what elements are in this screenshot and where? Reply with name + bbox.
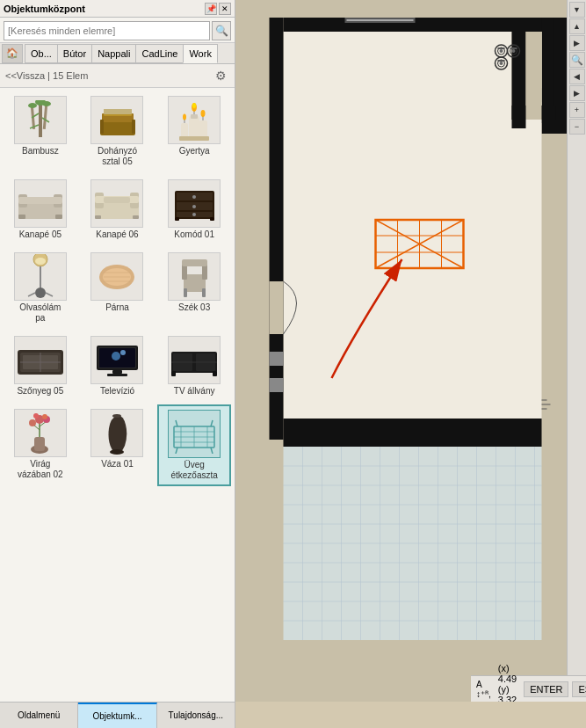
svg-rect-39 bbox=[133, 215, 139, 219]
bottom-nav-objektum[interactable]: Objektumk... bbox=[78, 703, 156, 728]
list-item[interactable]: Gyertya bbox=[157, 91, 231, 171]
svg-point-5 bbox=[42, 101, 51, 106]
list-item[interactable]: Szőnyeg 05 bbox=[4, 331, 77, 401]
search-bar: 🔍 bbox=[0, 18, 235, 43]
list-item[interactable]: Televízió bbox=[81, 331, 155, 401]
list-item[interactable]: Komód 01 bbox=[157, 175, 231, 244]
svg-point-95 bbox=[112, 414, 121, 418]
tabs-row: 🏠 Ob... Bútor Nappali CadLine Work bbox=[0, 43, 235, 64]
vtool-btn-zoom[interactable]: 🔍 bbox=[569, 52, 585, 68]
svg-point-76 bbox=[112, 352, 120, 360]
item-label: TV állvány bbox=[174, 386, 215, 397]
svg-rect-15 bbox=[189, 116, 199, 138]
list-item[interactable]: Olvasólámpa bbox=[4, 248, 77, 328]
svg-rect-14 bbox=[132, 120, 135, 134]
svg-rect-85 bbox=[34, 437, 45, 451]
svg-rect-82 bbox=[171, 371, 176, 376]
svg-point-46 bbox=[192, 213, 196, 216]
svg-rect-135 bbox=[270, 352, 284, 366]
svg-rect-134 bbox=[270, 281, 284, 334]
close-button[interactable]: ✕ bbox=[219, 3, 231, 15]
list-item[interactable]: TV állvány bbox=[157, 331, 231, 401]
svg-rect-13 bbox=[100, 120, 104, 134]
svg-line-103 bbox=[176, 448, 177, 454]
svg-rect-37 bbox=[104, 197, 130, 203]
item-thumb-szek03 bbox=[168, 252, 221, 301]
svg-point-94 bbox=[110, 449, 124, 455]
svg-line-52 bbox=[28, 293, 35, 296]
item-label: Virágvázában 02 bbox=[18, 459, 63, 480]
svg-rect-74 bbox=[112, 370, 122, 374]
list-item[interactable]: Bambusz bbox=[4, 91, 77, 171]
list-item[interactable]: Szék 03 bbox=[157, 248, 231, 328]
svg-point-54 bbox=[35, 258, 46, 265]
svg-rect-113 bbox=[284, 32, 542, 419]
item-thumb-tvallvany bbox=[168, 336, 221, 384]
svg-point-51 bbox=[35, 288, 46, 298]
tab-objects[interactable]: Ob... bbox=[25, 44, 57, 63]
svg-rect-0 bbox=[39, 102, 42, 137]
search-button[interactable]: 🔍 bbox=[212, 21, 231, 40]
svg-point-90 bbox=[29, 419, 36, 426]
vtool-btn-right[interactable]: ▶ bbox=[569, 35, 585, 51]
item-label: Olvasólámpa bbox=[19, 302, 61, 324]
tab-nappali[interactable]: Nappali bbox=[91, 44, 135, 63]
breadcrumb-row: <<Vissza | 15 Elem ⚙ bbox=[0, 64, 235, 88]
svg-point-4 bbox=[28, 103, 37, 108]
vtool-btn-minus[interactable]: − bbox=[569, 119, 585, 135]
bottom-nav-tulajdonsag[interactable]: Tulajdonság... bbox=[157, 703, 235, 728]
item-thumb-kanape05 bbox=[14, 179, 67, 228]
list-item[interactable]: Dohányzósztal 05 bbox=[81, 91, 155, 171]
svg-rect-48 bbox=[210, 217, 214, 221]
item-thumb-televizio bbox=[90, 336, 143, 384]
tab-butor[interactable]: Bútor bbox=[57, 44, 91, 63]
svg-point-45 bbox=[192, 205, 196, 208]
svg-point-44 bbox=[192, 195, 196, 199]
svg-rect-65 bbox=[202, 288, 206, 297]
svg-rect-23 bbox=[181, 123, 188, 138]
item-label: Szék 03 bbox=[178, 302, 210, 313]
status-icons: A ↕⁺ᴿ, bbox=[476, 680, 491, 699]
list-item[interactable]: Üvegétkezőaszta bbox=[157, 404, 231, 486]
item-thumb-szonyeg bbox=[14, 336, 67, 384]
svg-rect-31 bbox=[18, 215, 25, 219]
list-item[interactable]: Kanapé 06 bbox=[81, 175, 155, 244]
vtool-btn-down[interactable]: ▼ bbox=[569, 2, 585, 18]
svg-point-93 bbox=[42, 414, 47, 419]
svg-rect-64 bbox=[184, 288, 187, 297]
esc-button[interactable]: ESC bbox=[572, 681, 586, 697]
vtool-btn-right2[interactable]: ▶ bbox=[569, 85, 585, 101]
svg-line-104 bbox=[211, 448, 213, 454]
item-label: Szőnyeg 05 bbox=[17, 386, 63, 397]
title-bar: Objektumközpont 📌 ✕ bbox=[0, 0, 235, 18]
svg-rect-125 bbox=[498, 47, 505, 49]
svg-rect-38 bbox=[95, 215, 101, 219]
svg-line-53 bbox=[46, 293, 53, 296]
tab-home[interactable]: 🏠 bbox=[2, 44, 23, 63]
svg-rect-16 bbox=[191, 114, 198, 119]
list-item[interactable]: Virágvázában 02 bbox=[4, 404, 77, 486]
list-item[interactable]: Párna bbox=[81, 248, 155, 328]
svg-rect-12 bbox=[104, 109, 132, 114]
enter-button[interactable]: ENTER bbox=[524, 681, 568, 697]
vtool-btn-left2[interactable]: ◀ bbox=[569, 69, 585, 84]
vtool-btn-up[interactable]: ▲ bbox=[569, 18, 585, 34]
svg-rect-129 bbox=[510, 47, 517, 49]
list-item[interactable]: Kanapé 05 bbox=[4, 175, 77, 244]
item-label: Kanapé 05 bbox=[19, 229, 61, 240]
list-item[interactable]: Váza 01 bbox=[81, 404, 155, 486]
svg-rect-63 bbox=[182, 259, 207, 266]
svg-point-92 bbox=[33, 413, 39, 419]
item-thumb-dohany bbox=[90, 96, 143, 144]
tab-work[interactable]: Work bbox=[183, 44, 217, 63]
pin-button[interactable]: 📌 bbox=[205, 3, 217, 15]
search-input[interactable] bbox=[4, 21, 210, 40]
vtool-btn-plus[interactable]: + bbox=[569, 102, 585, 118]
svg-point-77 bbox=[120, 350, 126, 355]
bottom-nav-oldalMenu[interactable]: Oldalmenü bbox=[0, 703, 78, 728]
left-panel: Objektumközpont 📌 ✕ 🔍 🏠 Ob... Bútor Napp… bbox=[0, 0, 235, 702]
item-thumb-virag bbox=[14, 409, 67, 457]
svg-rect-136 bbox=[270, 378, 284, 392]
gear-button[interactable]: ⚙ bbox=[212, 67, 229, 84]
tab-cadline[interactable]: CadLine bbox=[135, 44, 183, 63]
